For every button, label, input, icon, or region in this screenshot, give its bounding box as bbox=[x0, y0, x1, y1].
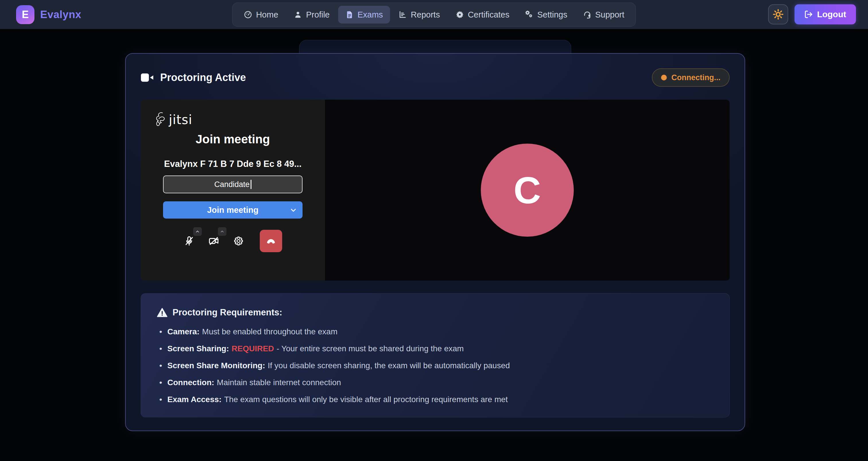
nav-item-label: Profile bbox=[306, 10, 330, 20]
participant-avatar: C bbox=[481, 144, 574, 237]
sun-icon bbox=[773, 9, 784, 20]
brand[interactable]: E Evalynx bbox=[16, 5, 81, 24]
avatar-letter: C bbox=[514, 169, 541, 212]
requirement-item: Exam Access:The exam questions will only… bbox=[157, 395, 713, 404]
headset-icon bbox=[583, 10, 592, 19]
jitsi-prejoin-pane: jitsi Join meeting Evalynx F 71 B 7 Dde … bbox=[141, 100, 325, 281]
camera-muted-icon[interactable] bbox=[208, 235, 220, 247]
mic-options-button[interactable] bbox=[193, 227, 202, 236]
nav-item-label: Home bbox=[256, 10, 278, 20]
video-camera-icon bbox=[141, 73, 154, 82]
requirement-item: Camera:Must be enabled throughout the ex… bbox=[157, 327, 713, 337]
nav-item-profile[interactable]: Profile bbox=[286, 6, 337, 24]
text-caret bbox=[251, 180, 251, 189]
nav-item-exams[interactable]: Exams bbox=[338, 6, 390, 24]
name-input[interactable]: Candidate bbox=[163, 175, 303, 193]
brand-name: Evalynx bbox=[40, 9, 81, 21]
name-input-value: Candidate bbox=[214, 180, 249, 189]
jitsi-logo-icon bbox=[153, 111, 166, 128]
requirement-item: Connection:Maintain stable internet conn… bbox=[157, 378, 713, 387]
mic-muted-icon[interactable] bbox=[183, 235, 195, 247]
nav-item-label: Certificates bbox=[468, 10, 509, 20]
requirement-item: Screen Sharing:REQUIRED- Your entire scr… bbox=[157, 344, 713, 353]
jitsi-toolbar bbox=[183, 230, 282, 253]
chevron-up-icon bbox=[220, 229, 224, 234]
status-text: Connecting... bbox=[671, 73, 720, 82]
top-navbar: E Evalynx Home Profile bbox=[0, 0, 868, 29]
gears-icon bbox=[525, 10, 534, 19]
logout-button[interactable]: Logout bbox=[795, 4, 856, 24]
logout-label: Logout bbox=[817, 9, 846, 19]
gear-icon[interactable] bbox=[233, 235, 244, 247]
requirements-panel: Proctoring Requirements: Camera:Must be … bbox=[141, 293, 730, 417]
brand-logo-letter: E bbox=[22, 9, 29, 21]
nav-item-home[interactable]: Home bbox=[237, 6, 285, 24]
camera-options-button[interactable] bbox=[218, 227, 226, 236]
nav-item-label: Settings bbox=[537, 10, 567, 20]
gauge-icon bbox=[244, 10, 252, 19]
join-meeting-heading: Join meeting bbox=[195, 133, 270, 146]
proctoring-card-header: Proctoring Active Connecting... bbox=[141, 67, 730, 88]
join-meeting-button-label: Join meeting bbox=[207, 205, 259, 215]
main-nav: Home Profile Exams bbox=[232, 3, 636, 27]
warning-icon bbox=[157, 308, 167, 317]
nav-item-certificates[interactable]: Certificates bbox=[448, 6, 517, 24]
brand-logo: E bbox=[16, 5, 34, 24]
status-badge: Connecting... bbox=[652, 68, 730, 87]
nav-item-label: Reports bbox=[411, 10, 440, 20]
meeting-name: Evalynx F 71 B 7 Dde 9 Ec 8 49... bbox=[164, 159, 301, 169]
jitsi-video-area: C bbox=[325, 100, 730, 281]
user-icon bbox=[293, 10, 302, 19]
logout-icon bbox=[804, 10, 813, 19]
hangup-icon bbox=[265, 235, 277, 247]
chevron-down-icon[interactable] bbox=[289, 206, 298, 214]
nav-item-label: Exams bbox=[358, 10, 383, 20]
proctoring-card: Proctoring Active Connecting... jitsi Jo… bbox=[125, 53, 745, 431]
nav-item-settings[interactable]: Settings bbox=[518, 6, 575, 24]
jitsi-logo-text: jitsi bbox=[169, 112, 192, 127]
jitsi-logo: jitsi bbox=[153, 111, 192, 128]
chevron-up-icon bbox=[195, 229, 200, 234]
requirements-list: Camera:Must be enabled throughout the ex… bbox=[157, 327, 713, 404]
nav-item-label: Support bbox=[595, 10, 625, 20]
status-dot bbox=[661, 75, 667, 80]
requirement-item: Screen Share Monitoring:If you disable s… bbox=[157, 361, 713, 371]
nav-item-support[interactable]: Support bbox=[576, 6, 632, 24]
navbar-actions: Logout bbox=[768, 4, 856, 24]
join-meeting-button[interactable]: Join meeting bbox=[163, 201, 303, 219]
chart-icon bbox=[398, 10, 407, 19]
nav-item-reports[interactable]: Reports bbox=[391, 6, 447, 24]
rosette-icon bbox=[456, 10, 464, 19]
theme-toggle-button[interactable] bbox=[768, 4, 788, 24]
jitsi-embed: jitsi Join meeting Evalynx F 71 B 7 Dde … bbox=[141, 100, 730, 281]
page-title: Proctoring Active bbox=[160, 71, 246, 84]
file-icon bbox=[345, 10, 353, 19]
requirements-title: Proctoring Requirements: bbox=[173, 307, 282, 318]
hangup-button[interactable] bbox=[260, 230, 282, 252]
